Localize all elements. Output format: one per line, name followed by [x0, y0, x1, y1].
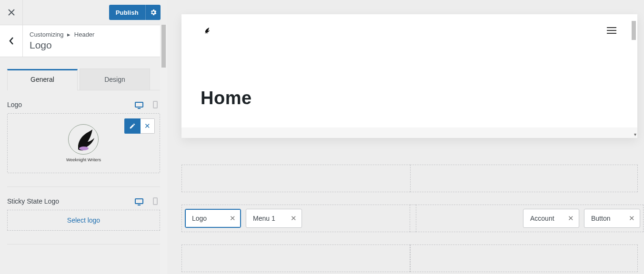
gear-icon: [150, 9, 157, 16]
page-title: Logo: [30, 39, 94, 51]
bird-icon: [69, 125, 99, 155]
builder-chip-menu1[interactable]: Menu 1 ✕: [246, 209, 302, 228]
svg-rect-1: [205, 33, 208, 34]
pencil-icon: [129, 123, 136, 129]
chevron-right-icon: ▸: [67, 31, 70, 38]
close-icon[interactable]: ✕: [223, 214, 236, 223]
scrollbar[interactable]: [160, 25, 167, 274]
chip-label: Account: [530, 215, 554, 222]
close-customizer-button[interactable]: [0, 0, 23, 25]
back-button[interactable]: [0, 25, 23, 57]
tabs: General Design: [7, 68, 160, 90]
svg-point-0: [79, 147, 89, 150]
divider: [7, 244, 160, 245]
builder-drop-zone[interactable]: [410, 165, 638, 192]
chip-label: Menu 1: [253, 215, 275, 222]
tab-design[interactable]: Design: [80, 68, 150, 90]
builder-drop-zone[interactable]: [410, 205, 416, 232]
site-logo[interactable]: [202, 26, 211, 35]
breadcrumb: Customizing ▸ Header Logo: [0, 25, 167, 57]
sticky-logo-section: Sticky State Logo Select logo: [7, 197, 160, 231]
scrollbar[interactable]: [630, 14, 637, 138]
close-icon[interactable]: ✕: [284, 214, 297, 223]
device-desktop-button[interactable]: [134, 197, 144, 205]
preview-area: Home Logo ✕ Menu 1 ✕: [167, 0, 644, 274]
builder-chip-logo[interactable]: Logo ✕: [185, 209, 241, 228]
chip-label: Button: [591, 215, 610, 222]
mobile-icon: [153, 197, 158, 205]
builder-row-top: [181, 165, 637, 192]
desktop-icon: [135, 198, 143, 204]
desktop-icon: [135, 102, 143, 108]
builder-drop-zone[interactable]: [410, 245, 638, 272]
logo-preview-box: ✕ Weeknight Writers: [7, 113, 160, 173]
preview-footer-strip: [181, 127, 637, 138]
device-mobile-button[interactable]: [151, 101, 160, 108]
publish-button[interactable]: Publish: [109, 5, 145, 20]
page-heading: Home: [201, 88, 252, 108]
edit-logo-button[interactable]: [124, 118, 141, 134]
logo-label: Logo: [7, 101, 22, 108]
close-icon[interactable]: ✕: [561, 214, 574, 223]
site-preview-frame: Home: [181, 14, 637, 138]
mobile-icon: [153, 101, 158, 108]
remove-logo-button[interactable]: ✕: [141, 118, 155, 134]
breadcrumb-root: Customizing: [30, 31, 64, 38]
builder-row-bottom: [181, 245, 637, 272]
chevron-left-icon: [9, 37, 14, 45]
close-icon: ✕: [144, 122, 151, 130]
divider: [7, 186, 160, 187]
breadcrumb-section: Header: [74, 31, 95, 38]
menu-toggle-button[interactable]: [607, 27, 616, 34]
tab-general[interactable]: General: [7, 69, 78, 90]
header-builder: Logo ✕ Menu 1 ✕ Account ✕ Button: [181, 165, 637, 272]
builder-drop-zone[interactable]: Account ✕ Button ✕: [416, 205, 644, 232]
builder-drop-zone[interactable]: Logo ✕ Menu 1 ✕: [181, 205, 410, 232]
builder-chip-button[interactable]: Button ✕: [584, 209, 640, 228]
chip-label: Logo: [192, 215, 207, 222]
device-desktop-button[interactable]: [134, 101, 144, 108]
builder-drop-zone[interactable]: [181, 165, 410, 192]
bird-icon: [202, 26, 211, 35]
customizer-topbar: Publish: [0, 0, 167, 25]
logo-section: Logo ✕: [7, 101, 160, 173]
sticky-logo-label: Sticky State Logo: [7, 197, 59, 205]
close-icon[interactable]: ✕: [622, 214, 635, 223]
logo-image: Weeknight Writers: [66, 124, 101, 162]
builder-drop-zone[interactable]: [181, 245, 410, 272]
close-icon: [8, 9, 15, 16]
publish-settings-button[interactable]: [145, 5, 161, 20]
select-logo-button[interactable]: Select logo: [7, 210, 160, 231]
device-mobile-button[interactable]: [151, 197, 160, 205]
hamburger-icon: [607, 27, 616, 28]
customizer-sidebar: Publish Customizing ▸ Header Logo: [0, 0, 167, 274]
builder-chip-account[interactable]: Account ✕: [523, 209, 579, 228]
logo-caption: Weeknight Writers: [66, 157, 101, 162]
builder-row-middle: Logo ✕ Menu 1 ✕ Account ✕ Button: [181, 205, 637, 232]
